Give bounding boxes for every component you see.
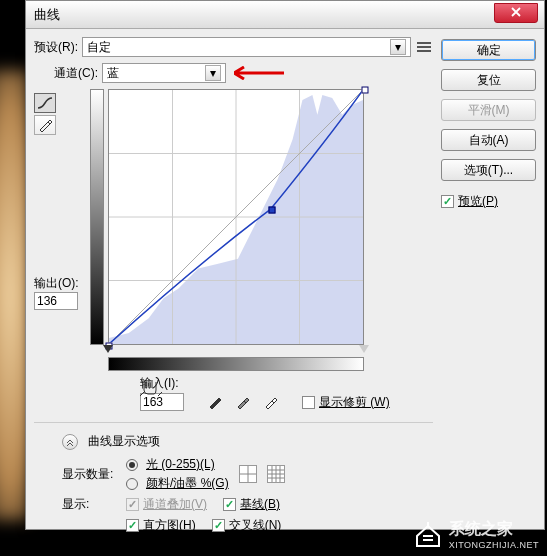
input-gradient bbox=[108, 357, 364, 371]
white-point-handle[interactable] bbox=[359, 345, 369, 353]
radio-icon bbox=[126, 478, 138, 490]
target-adjust-icon[interactable] bbox=[136, 375, 166, 399]
curves-dialog: 曲线 预设(R): 自定 ▾ 通道(C): 蓝 ▾ bbox=[25, 0, 545, 530]
checkbox-icon bbox=[302, 396, 315, 409]
pigment-radio[interactable]: 颜料/油墨 %(G) bbox=[126, 475, 229, 492]
grid-detailed-icon[interactable] bbox=[267, 465, 285, 483]
auto-button[interactable]: 自动(A) bbox=[441, 129, 536, 151]
reset-button[interactable]: 复位 bbox=[441, 69, 536, 91]
show-clipping-label: 显示修剪 (W) bbox=[319, 394, 390, 411]
checkbox-icon bbox=[126, 498, 139, 511]
grid-simple-icon[interactable] bbox=[239, 465, 257, 483]
channel-overlay-checkbox[interactable]: 通道叠加(V) bbox=[126, 496, 207, 513]
curve-tool-icon[interactable] bbox=[34, 93, 56, 113]
channel-value: 蓝 bbox=[107, 65, 119, 82]
histogram-checkbox[interactable]: 直方图(H) bbox=[126, 517, 196, 534]
black-point-handle[interactable] bbox=[103, 345, 113, 353]
input-label: 输入(I): bbox=[140, 375, 433, 392]
preview-checkbox[interactable]: 预览(P) bbox=[441, 193, 536, 210]
curve-point-selected[interactable] bbox=[269, 207, 276, 214]
white-eyedropper-icon[interactable] bbox=[260, 392, 282, 412]
channel-select[interactable]: 蓝 ▾ bbox=[102, 63, 226, 83]
preset-value: 自定 bbox=[87, 39, 111, 56]
titlebar: 曲线 bbox=[26, 1, 544, 29]
preset-label: 预设(R): bbox=[34, 39, 78, 56]
preset-menu-icon[interactable] bbox=[415, 38, 433, 56]
radio-icon bbox=[126, 459, 138, 471]
logo-icon bbox=[413, 522, 443, 548]
output-label: 输出(O): bbox=[34, 275, 86, 292]
light-radio[interactable]: 光 (0-255)(L) bbox=[126, 456, 229, 473]
disclosure-toggle[interactable] bbox=[62, 434, 78, 450]
curve-display-options-label: 曲线显示选项 bbox=[88, 433, 160, 450]
options-button[interactable]: 选项(T)... bbox=[441, 159, 536, 181]
watermark: 系统之家 XITONGZHIJIA.NET bbox=[413, 519, 539, 550]
show-label: 显示: bbox=[62, 496, 122, 513]
checkbox-icon bbox=[212, 519, 225, 532]
close-button[interactable] bbox=[494, 3, 538, 23]
curve-grid[interactable] bbox=[108, 89, 364, 345]
intersection-checkbox[interactable]: 交叉线(N) bbox=[212, 517, 282, 534]
black-eyedropper-icon[interactable] bbox=[204, 392, 226, 412]
curve-point-end[interactable] bbox=[362, 87, 369, 94]
checkbox-icon bbox=[126, 519, 139, 532]
pencil-tool-icon[interactable] bbox=[34, 115, 56, 135]
checkbox-icon bbox=[441, 195, 454, 208]
smooth-button: 平滑(M) bbox=[441, 99, 536, 121]
ok-button[interactable]: 确定 bbox=[441, 39, 536, 61]
channel-label: 通道(C): bbox=[54, 65, 98, 82]
output-input[interactable] bbox=[34, 292, 78, 310]
show-clipping-checkbox[interactable]: 显示修剪 (W) bbox=[302, 394, 390, 411]
preset-select[interactable]: 自定 ▾ bbox=[82, 37, 411, 57]
black-white-slider[interactable] bbox=[108, 345, 364, 355]
chevron-down-icon: ▾ bbox=[205, 65, 221, 81]
output-gradient bbox=[90, 89, 104, 345]
baseline-checkbox[interactable]: 基线(B) bbox=[223, 496, 280, 513]
annotation-arrow-icon bbox=[234, 64, 284, 82]
dialog-title: 曲线 bbox=[34, 6, 60, 24]
checkbox-icon bbox=[223, 498, 236, 511]
gray-eyedropper-icon[interactable] bbox=[232, 392, 254, 412]
chevron-down-icon: ▾ bbox=[390, 39, 406, 55]
show-amount-label: 显示数量: bbox=[62, 466, 122, 483]
